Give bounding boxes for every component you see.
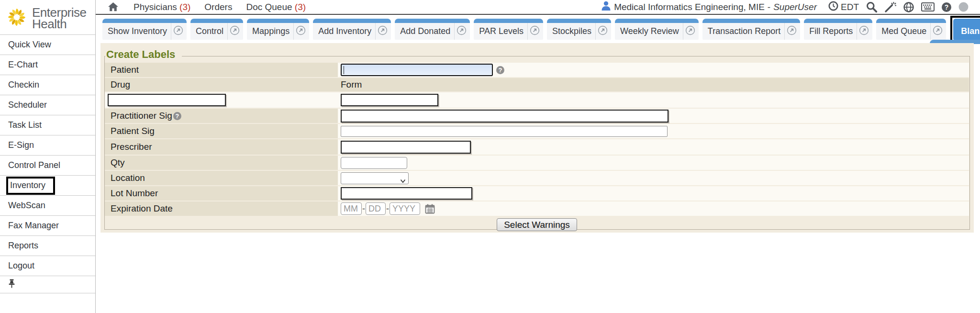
logo-area[interactable]: Enterprise Health (0, 0, 95, 35)
lot-number-input[interactable] (341, 187, 472, 200)
select-warnings-button[interactable]: Select Warnings (497, 218, 577, 231)
form-input[interactable] (341, 94, 438, 106)
calendar-icon[interactable] (425, 204, 435, 214)
tab-weekly-review[interactable]: Weekly Review (615, 19, 699, 40)
enterprise-health-app: Enterprise Health Quick View E-Chart Che… (0, 0, 980, 313)
tab-transaction-report[interactable]: Transaction Report (702, 19, 800, 40)
tab-show-inventory[interactable]: Show Inventory (102, 19, 187, 40)
lot-number-label: Lot Number (105, 186, 338, 201)
tab-stockpiles[interactable]: Stockpiles (547, 19, 611, 40)
tab-add-donated[interactable]: Add Donated (395, 19, 470, 40)
expiration-day-input[interactable]: DD (366, 202, 386, 215)
expiration-date-label: Expiration Date (105, 201, 338, 216)
text-caret (344, 66, 344, 74)
sidebar-pin-toggle[interactable] (0, 276, 95, 293)
patient-help-icon[interactable]: ? (496, 66, 504, 74)
tab-blank-labels[interactable]: Blank Labels (953, 19, 980, 40)
prescriber-input[interactable] (341, 141, 471, 154)
expiration-year-input[interactable]: YYYY (390, 202, 420, 215)
patient-sig-input[interactable] (341, 126, 668, 137)
tab-fill-reports[interactable]: Fill Reports (804, 19, 872, 40)
sidebar-item-scheduler[interactable]: Scheduler (0, 95, 95, 115)
external-link-icon[interactable] (457, 25, 467, 38)
expiration-month-input[interactable]: MM (341, 202, 362, 215)
sidebar-item-task-list[interactable]: Task List (0, 115, 95, 135)
patient-input[interactable] (341, 64, 493, 76)
home-icon[interactable] (108, 2, 118, 11)
qty-input[interactable] (341, 157, 407, 169)
tab-med-queue[interactable]: Med Queue (876, 19, 946, 40)
drug-label: Drug (105, 78, 338, 91)
location-label: Location (105, 171, 338, 185)
main-area: Physicians (3) Orders Doc Queue (3) Medi… (96, 0, 980, 313)
doc-queue-count: (3) (295, 2, 306, 12)
svg-text:?: ? (945, 3, 949, 11)
sidebar-item-checkin[interactable]: Checkin (0, 75, 95, 95)
sidebar-item-quick-view[interactable]: Quick View (0, 35, 95, 55)
sidebar: Enterprise Health Quick View E-Chart Che… (0, 0, 96, 313)
nav-doc-queue[interactable]: Doc Queue (3) (246, 2, 306, 12)
help-icon[interactable]: ? (941, 2, 952, 12)
wand-icon[interactable] (884, 1, 896, 13)
inventory-tab-strip: Show Inventory Control Mappings Add Inve… (96, 15, 980, 43)
sidebar-item-webscan[interactable]: WebScan (0, 196, 95, 216)
tab-mappings[interactable]: Mappings (247, 19, 309, 40)
drug-input[interactable] (108, 94, 226, 106)
tab-par-levels[interactable]: PAR Levels (474, 19, 543, 40)
external-link-icon[interactable] (598, 25, 608, 38)
avatar[interactable] (958, 2, 969, 12)
expiration-date-row: Expiration Date MM - DD - YYYY (105, 201, 969, 216)
patient-sig-label: Patient Sig (105, 124, 338, 138)
globe-icon[interactable] (903, 1, 914, 13)
external-link-icon[interactable] (378, 25, 388, 38)
tab-add-inventory[interactable]: Add Inventory (313, 19, 391, 40)
user-bar: Medical Informatics Engineering, MIE - S… (601, 1, 980, 13)
drug-form-input-row (105, 92, 969, 108)
tab-control[interactable]: Control (190, 19, 243, 40)
patient-label: Patient (105, 63, 338, 77)
pin-icon (8, 279, 15, 290)
panel-title: Create Labels (105, 48, 182, 62)
external-link-icon[interactable] (685, 25, 695, 38)
sidebar-item-logout[interactable]: Logout (0, 256, 95, 276)
external-link-icon[interactable] (859, 25, 869, 38)
external-link-icon[interactable] (787, 25, 797, 38)
sidebar-item-inventory[interactable]: Inventory (0, 176, 95, 196)
practitioner-sig-row: Practitioner Sig ? (105, 109, 969, 123)
sidebar-item-fax-manager[interactable]: Fax Manager (0, 216, 95, 236)
external-link-icon[interactable] (530, 25, 540, 38)
user-role: SuperUser (773, 2, 817, 12)
clock-icon[interactable] (828, 1, 838, 13)
sidebar-item-reports[interactable]: Reports (0, 236, 95, 256)
sunflower-logo-icon (6, 6, 28, 30)
inventory-highlight-box: Inventory (6, 177, 55, 195)
practitioner-sig-input[interactable] (341, 110, 668, 123)
nav-physicians[interactable]: Physicians (3) (134, 2, 190, 12)
top-nav: Physicians (3) Orders Doc Queue (3) Medi… (96, 0, 980, 14)
active-tab-highlight-box: Blank Labels (950, 16, 980, 43)
location-select[interactable] (341, 172, 409, 184)
nav-orders[interactable]: Orders (204, 2, 232, 12)
user-name[interactable]: Medical Informatics Engineering, MIE (614, 2, 765, 12)
sidebar-item-control-panel[interactable]: Control Panel (0, 156, 95, 176)
external-link-icon[interactable] (230, 25, 240, 38)
form-label: Form (338, 78, 969, 91)
sidebar-item-e-chart[interactable]: E-Chart (0, 55, 95, 75)
sidebar-item-e-sign[interactable]: E-Sign (0, 135, 95, 156)
user-icon (601, 1, 611, 13)
brand-line2: Health (32, 17, 67, 31)
keyboard-icon[interactable] (921, 2, 935, 11)
external-link-icon[interactable] (296, 25, 306, 38)
practitioner-sig-help-icon[interactable]: ? (173, 112, 181, 120)
location-row: Location (105, 171, 969, 185)
prescriber-row: Prescriber (105, 139, 969, 155)
qty-label: Qty (105, 156, 338, 170)
user-role-separator: - (768, 2, 770, 12)
patient-sig-row: Patient Sig (105, 124, 969, 138)
external-link-icon[interactable] (933, 25, 943, 38)
search-icon[interactable] (866, 1, 878, 13)
drug-form-label-row: Drug Form (105, 78, 969, 91)
chevron-down-icon (400, 177, 406, 185)
patient-row: Patient ? (105, 63, 969, 77)
external-link-icon[interactable] (173, 25, 183, 38)
